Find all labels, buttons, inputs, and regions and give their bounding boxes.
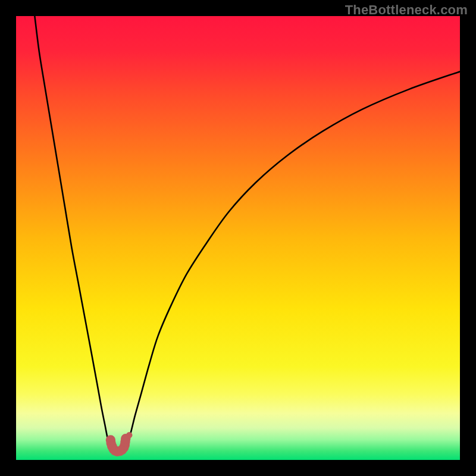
plot-background <box>16 16 460 460</box>
chart-frame: TheBottleneck.com <box>0 0 476 476</box>
marker-dot-small <box>126 432 132 438</box>
bottleneck-chart <box>0 0 476 476</box>
